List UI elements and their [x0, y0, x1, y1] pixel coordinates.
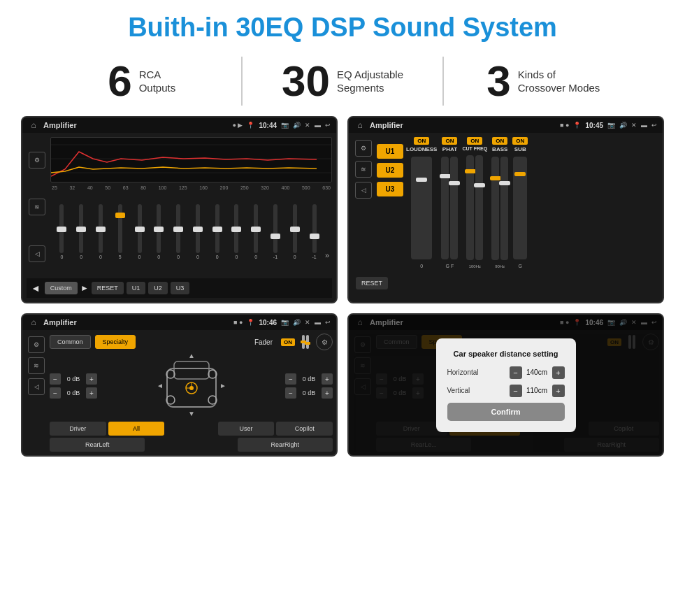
eq-slider-0[interactable]: 0	[53, 204, 71, 259]
phat-slider-g[interactable]	[441, 157, 449, 259]
loudness-slider[interactable]	[411, 157, 432, 259]
horizontal-minus-btn[interactable]: −	[510, 366, 522, 379]
freq-200: 200	[220, 185, 229, 190]
fader-speaker-icon[interactable]: ◁	[28, 378, 45, 395]
fader-wave-icon[interactable]: ≋	[28, 357, 45, 374]
eq-slider-8[interactable]: 0	[208, 204, 226, 259]
right-top-minus[interactable]: −	[285, 373, 296, 385]
eq-slider-4[interactable]: 0	[131, 204, 148, 259]
bass-label: BASS	[492, 146, 507, 152]
bass-group: ON BASS 90Hz	[491, 137, 508, 268]
phat-on[interactable]: ON	[442, 137, 457, 145]
phat-slider-f[interactable]	[450, 157, 458, 259]
cutfreq-on[interactable]: ON	[467, 137, 482, 145]
eq-wave-icon[interactable]: ≋	[29, 199, 45, 215]
freq-500: 500	[302, 185, 310, 190]
rect-icon-2: ▬	[641, 122, 647, 129]
eq-slider-13[interactable]: -1	[305, 204, 323, 259]
eq-slider-11[interactable]: -1	[267, 204, 284, 259]
freq-125: 125	[179, 185, 187, 190]
specialty-tab[interactable]: Specialty	[95, 335, 136, 349]
eq-sidebar: ⚙ ≋ ◁	[27, 137, 48, 277]
horizontal-row: Horizontal − 140cm +	[447, 366, 565, 379]
fader-on-badge[interactable]: ON	[281, 338, 295, 346]
right-bottom-plus[interactable]: +	[322, 387, 333, 399]
u1-button[interactable]: U1	[127, 282, 146, 294]
amp-filter-icon[interactable]: ⚙	[355, 140, 372, 157]
rearleft-btn[interactable]: RearLeft	[50, 438, 145, 452]
sub-on[interactable]: ON	[512, 137, 528, 145]
right-top-plus[interactable]: +	[322, 373, 333, 385]
fader-filter-icon[interactable]: ⚙	[28, 336, 45, 353]
cutfreq-slider-g[interactable]	[475, 155, 483, 260]
screens-grid: ⌂ Amplifier ● ▶ 📍 10:44 📷 🔊 ✕ ▬ ↩ ⚙ ≋ ◁	[0, 116, 685, 471]
fader-sliders	[302, 335, 309, 349]
bass-slider-g[interactable]	[500, 157, 508, 260]
fader-content: ⚙ ≋ ◁ Common Specialty Fader ON	[22, 330, 336, 455]
copilot-btn[interactable]: Copilot	[276, 422, 333, 436]
u2-button[interactable]: U2	[148, 282, 168, 294]
stat-number-crossover: 3	[486, 59, 510, 103]
reset-button[interactable]: RESET	[92, 282, 124, 294]
vertical-plus-btn[interactable]: +	[552, 385, 565, 397]
slider-val-10: 0	[254, 255, 257, 259]
eq-slider-9[interactable]: 0	[228, 204, 245, 259]
volume-icon-1: 🔊	[293, 122, 301, 129]
amp-reset-button[interactable]: RESET	[356, 277, 388, 289]
home-icon-3[interactable]: ⌂	[28, 317, 39, 328]
all-btn[interactable]: All	[108, 422, 165, 436]
eq-slider-5[interactable]: 0	[150, 204, 168, 259]
x-icon-1: ✕	[305, 122, 310, 129]
user-btn[interactable]: User	[218, 422, 275, 436]
left-bottom-plus[interactable]: +	[86, 387, 97, 399]
settings-circle-icon[interactable]: ⚙	[316, 334, 333, 350]
left-top-plus[interactable]: +	[86, 373, 97, 385]
right-bottom-minus[interactable]: −	[285, 387, 296, 399]
horizontal-plus-btn[interactable]: +	[552, 366, 565, 379]
screen-dialog: ⌂ Amplifier ■ ● 📍 10:46 📷 🔊 ✕ ▬ ↩ ⚙ ≋ ◁ …	[347, 313, 664, 457]
bass-on[interactable]: ON	[492, 137, 507, 145]
left-top-minus[interactable]: −	[50, 373, 61, 385]
eq-slider-7[interactable]: 0	[189, 204, 206, 259]
cutfreq-slider-f[interactable]	[466, 155, 474, 260]
eq-slider-1[interactable]: 0	[73, 204, 90, 259]
u3-button[interactable]: U3	[171, 282, 190, 294]
home-icon-2[interactable]: ⌂	[354, 120, 366, 131]
eq-filter-icon[interactable]: ⚙	[29, 152, 45, 169]
svg-rect-4	[174, 361, 209, 379]
driver-btn[interactable]: Driver	[50, 422, 106, 436]
bass-slider-f[interactable]	[491, 157, 499, 260]
slider-val-1: 0	[80, 255, 82, 259]
vertical-minus-btn[interactable]: −	[510, 385, 522, 397]
status-time-1: 10:44	[259, 122, 277, 129]
loudness-on[interactable]: ON	[414, 137, 429, 145]
status-icons-1: ● ▶	[232, 122, 243, 129]
custom-button[interactable]: Custom	[45, 282, 78, 294]
sub-slider-g[interactable]	[513, 157, 527, 259]
home-icon[interactable]: ⌂	[28, 120, 39, 131]
amp-speaker-icon[interactable]: ◁	[355, 182, 372, 199]
eq-slider-3[interactable]: 5	[111, 204, 129, 259]
eq-slider-10[interactable]: 0	[247, 204, 265, 259]
eq-slider-12[interactable]: 0	[286, 204, 303, 259]
u2-selector[interactable]: U2	[377, 163, 403, 178]
pause-status-icon: ■ ●	[560, 122, 569, 129]
stat-label-rca: RCAOutputs	[139, 68, 176, 95]
left-bottom-minus[interactable]: −	[50, 387, 61, 399]
eq-slider-6[interactable]: 0	[170, 204, 187, 259]
slider-val-7: 0	[196, 255, 199, 259]
eq-speaker-icon[interactable]: ◁	[29, 245, 45, 262]
amp-wave-icon[interactable]: ≋	[355, 161, 372, 178]
confirm-button[interactable]: Confirm	[447, 403, 565, 421]
right-bottom-value: 0 dB	[298, 389, 319, 396]
freq-32: 32	[69, 185, 75, 190]
common-tab[interactable]: Common	[50, 335, 91, 349]
dialog-box: Car speaker distance setting Horizontal …	[436, 338, 576, 432]
u1-selector[interactable]: U1	[377, 144, 403, 159]
u3-selector[interactable]: U3	[377, 182, 403, 196]
next-button[interactable]: ►	[80, 283, 89, 293]
prev-button[interactable]: ◄	[31, 282, 41, 294]
eq-slider-2[interactable]: 0	[92, 204, 110, 259]
status-bar-1: ⌂ Amplifier ● ▶ 📍 10:44 📷 🔊 ✕ ▬ ↩	[22, 117, 336, 133]
rearright-btn[interactable]: RearRight	[238, 438, 333, 452]
